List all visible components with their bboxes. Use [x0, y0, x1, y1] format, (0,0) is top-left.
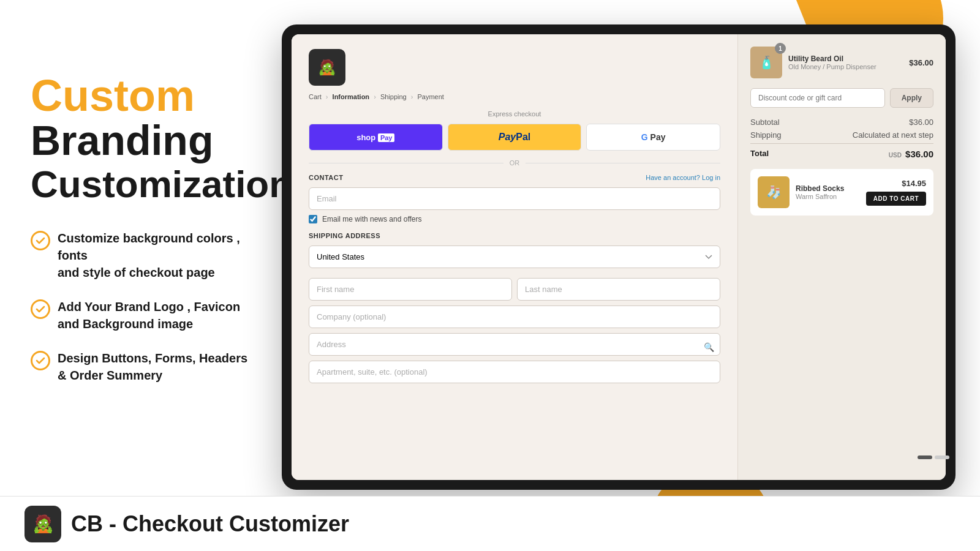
bottom-title: CB - Checkout Customizer	[71, 511, 349, 537]
gpay-button[interactable]: G Pay	[586, 124, 720, 151]
scroll-dot-2	[935, 455, 949, 459]
express-checkout-label: Express checkout	[309, 110, 720, 118]
tablet-inner: 🧟 Cart › Information › Shipping › Paymen…	[292, 34, 946, 480]
subtotal-label: Subtotal	[750, 118, 780, 127]
product-emoji: 🧴	[759, 55, 774, 70]
shipping-label: Shipping	[750, 130, 782, 140]
scroll-indicator	[918, 455, 949, 459]
product-info: Utility Beard Oil Old Money / Pump Dispe…	[788, 54, 903, 70]
upsell-product-price: $14.95	[866, 179, 926, 188]
breadcrumb: Cart › Information › Shipping › Payment	[309, 93, 720, 100]
email-newsletter-row: Email me with news and offers	[309, 215, 720, 223]
shipping-row: Shipping Calculated at next step	[750, 130, 933, 140]
breadcrumb-sep-2: ›	[374, 93, 376, 100]
checkout-left-panel[interactable]: 🧟 Cart › Information › Shipping › Paymen…	[292, 34, 737, 480]
upsell-product-image: 🧦	[758, 176, 790, 208]
feature-item-2: Add Your Brand Logo , Faviconand Backgro…	[31, 298, 263, 332]
breadcrumb-information[interactable]: Information	[333, 93, 370, 100]
contact-section-header: CONTACT Have an account? Log in	[309, 174, 720, 181]
product-variant: Old Money / Pump Dispenser	[788, 63, 903, 70]
feature-text-3: Design Buttons, Forms, Headers& Order Su…	[58, 350, 247, 384]
discount-input[interactable]	[750, 88, 885, 108]
title-customization: Customization	[31, 163, 263, 205]
bottom-logo: 🧟	[24, 506, 61, 542]
title-branding: Branding	[31, 118, 263, 163]
feature-list: Customize background colors , fontsand s…	[31, 230, 263, 384]
check-icon-2	[31, 299, 50, 319]
upsell-product-info: Ribbed Socks Warm Saffron	[796, 184, 860, 200]
email-newsletter-label: Email me with news and offers	[322, 215, 422, 223]
apply-discount-button[interactable]: Apply	[890, 88, 933, 108]
title-custom: Custom	[31, 73, 263, 118]
last-name-input[interactable]	[517, 278, 720, 301]
divider-or: OR	[309, 159, 720, 167]
total-row: Total USD $36.00	[750, 143, 933, 159]
tablet-frame: 🧟 Cart › Information › Shipping › Paymen…	[282, 24, 956, 490]
subtotal-row: Subtotal $36.00	[750, 118, 933, 127]
country-select[interactable]: United States	[309, 246, 720, 268]
or-text: OR	[510, 159, 520, 167]
apt-input[interactable]	[309, 361, 720, 383]
shipping-value: Calculated at next step	[853, 130, 933, 140]
upsell-right: $14.95 ADD TO CART	[866, 179, 926, 206]
country-select-wrapper: United States	[309, 246, 720, 273]
address-search-icon: 🔍	[704, 342, 714, 352]
shop-logo-emoji: 🧟	[318, 59, 336, 76]
total-currency: USD	[889, 152, 902, 159]
product-name: Utility Beard Oil	[788, 54, 903, 63]
left-panel: Custom Branding Customization Customize …	[0, 0, 294, 551]
breadcrumb-sep-1: ›	[326, 93, 328, 100]
product-price: $36.00	[909, 58, 933, 67]
product-item: 🧴 1 Utility Beard Oil Old Money / Pump D…	[750, 47, 933, 78]
company-input[interactable]	[309, 305, 720, 328]
address-input[interactable]	[309, 333, 720, 356]
feature-item-3: Design Buttons, Forms, Headers& Order Su…	[31, 350, 263, 384]
total-value: $36.00	[905, 149, 933, 159]
paypal-label: PayPal	[499, 132, 530, 143]
subtotal-value: $36.00	[909, 118, 933, 127]
bottom-logo-emoji: 🧟	[32, 514, 54, 534]
email-newsletter-checkbox[interactable]	[309, 215, 317, 223]
shop-pay-button[interactable]: shop Pay	[309, 124, 443, 151]
shipping-section-header: SHIPPING ADDRESS	[309, 232, 720, 239]
upsell-product-name: Ribbed Socks	[796, 184, 860, 193]
contact-section-title: CONTACT	[309, 174, 343, 181]
add-to-cart-button[interactable]: ADD TO CART	[866, 192, 926, 206]
total-value-wrapper: USD $36.00	[889, 149, 933, 159]
breadcrumb-sep-3: ›	[411, 93, 413, 100]
name-row	[309, 278, 720, 305]
paypal-button[interactable]: PayPal	[448, 124, 582, 151]
feature-item-1: Customize background colors , fontsand s…	[31, 230, 263, 281]
bottom-bar: 🧟 CB - Checkout Customizer	[0, 496, 980, 551]
check-icon-3	[31, 351, 50, 370]
shop-logo: 🧟	[309, 49, 345, 86]
order-summary-panel: 🧴 1 Utility Beard Oil Old Money / Pump D…	[737, 34, 946, 480]
scroll-dot-1	[918, 455, 932, 459]
product-image: 🧴 1	[750, 47, 782, 78]
breadcrumb-shipping: Shipping	[380, 93, 407, 100]
account-login-link[interactable]: Have an account? Log in	[646, 174, 720, 181]
upsell-product-variant: Warm Saffron	[796, 193, 860, 200]
total-label: Total	[750, 149, 769, 159]
address-input-wrapper: 🔍	[309, 333, 720, 361]
upsell-emoji: 🧦	[766, 185, 782, 200]
check-icon-1	[31, 231, 50, 250]
feature-text-1: Customize background colors , fontsand s…	[58, 230, 263, 281]
product-badge: 1	[775, 43, 786, 54]
first-name-input[interactable]	[309, 278, 512, 301]
shop-pay-label: shop Pay	[356, 133, 394, 142]
feature-text-2: Add Your Brand Logo , Faviconand Backgro…	[58, 298, 240, 332]
breadcrumb-payment: Payment	[418, 93, 444, 100]
upsell-card: 🧦 Ribbed Socks Warm Saffron $14.95 ADD T…	[750, 169, 933, 216]
breadcrumb-cart: Cart	[309, 93, 322, 100]
discount-row: Apply	[750, 88, 933, 108]
shipping-section-title: SHIPPING ADDRESS	[309, 232, 380, 239]
gpay-label: G Pay	[641, 132, 666, 142]
email-input[interactable]	[309, 187, 720, 210]
express-buttons: shop Pay PayPal G Pay	[309, 124, 720, 151]
